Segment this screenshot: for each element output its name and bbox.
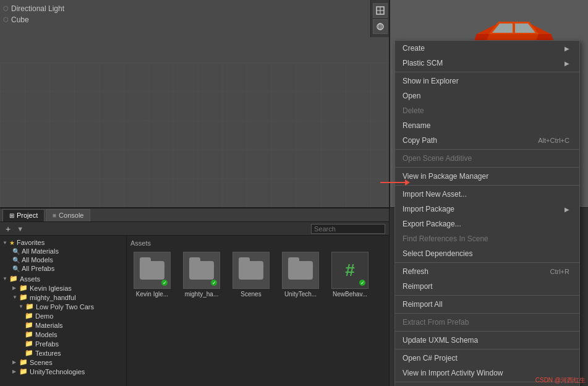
menu-copy-path-label: Copy Path [403,136,437,145]
scene-toolbar [370,0,389,37]
menu-open-label: Open [403,92,420,100]
menu-refresh[interactable]: Refresh Ctrl+R [395,264,579,279]
assets-expand-arrow: ▼ [2,276,7,281]
menu-reimport[interactable]: Reimport [395,279,579,294]
menu-import-package[interactable]: Import Package ▶ [395,202,579,217]
folder-shape-scenes [239,261,263,280]
menu-copy-path[interactable]: Copy Path Alt+Ctrl+C [395,133,579,148]
menu-reimport-all[interactable]: Reimport All [395,297,579,312]
tab-console[interactable]: ≡ Console [46,209,90,221]
assets-folder-icon: 📁 [9,275,18,283]
menu-create[interactable]: Create ▶ [395,41,579,56]
arrow-pointer [380,179,410,186]
sep-8 [395,331,579,332]
assets-area: Assets ✓ Kevin Igle... ✓ [127,236,389,386]
toolbar-btn-2[interactable] [373,19,388,34]
favorites-star-icon: ★ [9,239,15,246]
menu-view-import-label: View in Import Activity Window [403,369,503,377]
menu-view-package-manager[interactable]: View in Package Manager [395,169,579,184]
models-folder-icon: 📁 [25,330,33,338]
folder-shape-unity [288,261,313,280]
expand-arrow: ▼ [2,240,7,246]
menu-open-scene-additive-label: Open Scene Additive [403,154,472,163]
tree-item-all-models[interactable]: 🔍 All Models [0,255,126,264]
scenes-folder-icon: 📁 [19,358,28,366]
options-button[interactable]: ▼ [15,225,25,233]
toolbar-btn-1[interactable] [373,3,388,18]
tree-item-demo[interactable]: 📁 Demo [0,311,126,320]
search-icon-models: 🔍 [12,257,20,264]
menu-rename[interactable]: Rename [395,118,579,133]
search-input[interactable] [311,224,385,234]
demo-label: Demo [35,312,53,320]
hierarchy-item-light[interactable]: ⬡ Directional Light [3,3,64,14]
plastic-submenu-arrow: ▶ [565,60,569,67]
prefabs-label: Prefabs [35,340,59,348]
kevin-label: Kevin Iglesias [30,285,72,292]
tree-item-all-materials[interactable]: 🔍 All Materials [0,247,126,255]
scenes-label: Scenes [30,359,53,366]
menu-plastic-scm[interactable]: Plastic SCM ▶ [395,56,579,71]
menu-export-package[interactable]: Export Package... [395,217,579,231]
models-label: Models [35,331,57,338]
asset-name-scenes: Scenes [241,291,261,298]
asset-name-unity: UnityTech... [284,291,317,298]
assets-header: Assets [130,239,385,247]
asset-kevin[interactable]: ✓ Kevin Igle... [130,252,174,298]
all-prefabs-label: All Prefabs [22,265,54,272]
menu-import-new-asset[interactable]: Import New Asset... [395,187,579,202]
asset-newbehav[interactable]: # ✓ NewBehav... [328,252,372,298]
tree-item-favorites[interactable]: ▼ ★ Favorites [0,238,126,247]
tree-item-textures[interactable]: 📁 Textures [0,348,126,358]
asset-name-mighty: mighty_ha... [185,291,218,298]
menu-find-references: Find References In Scene [395,231,579,246]
menu-create-label: Create [403,44,425,53]
prefabs-folder-icon: 📁 [25,340,33,348]
asset-unity[interactable]: UnityTech... [279,252,322,298]
tree-item-scenes[interactable]: ▶ 📁 Scenes [0,358,126,367]
svg-rect-6 [0,62,389,208]
tree-item-kevin[interactable]: ▶ 📁 Kevin Iglesias [0,283,126,293]
tree-item-materials[interactable]: 📁 Materials [0,320,126,330]
menu-extract-label: Extract From Prefab [403,318,469,327]
arrow-line [380,182,405,183]
tree-item-all-prefabs[interactable]: 🔍 All Prefabs [0,264,126,273]
mighty-arrow: ▼ [12,294,17,300]
sep-3 [395,167,579,168]
hierarchy-item-light-label: Directional Light [11,3,64,14]
menu-export-package-label: Export Package... [403,220,461,228]
menu-open-csharp[interactable]: Open C# Project [395,351,579,366]
tree-item-lowpoly[interactable]: ▼ 📁 Low Poly Two Cars [0,302,126,311]
sep-6 [395,295,579,296]
project-tab-icon: ⊞ [9,212,14,219]
menu-open[interactable]: Open [395,88,579,103]
menu-import-new-label: Import New Asset... [403,190,467,199]
menu-import-package-label: Import Package [403,205,454,213]
hierarchy-item-cube[interactable]: ⬡ Cube [3,14,64,25]
tab-project[interactable]: ⊞ Project [2,209,45,221]
tree-item-prefabs[interactable]: 📁 Prefabs [0,339,126,348]
search-icon-materials: 🔍 [12,248,20,255]
hierarchy-item-cube-label: Cube [11,14,29,25]
tree-item-assets[interactable]: ▼ 📁 Assets [0,274,126,283]
kevin-arrow: ▶ [12,285,17,291]
sep-1 [395,72,579,72]
import-package-arrow: ▶ [565,206,569,213]
menu-select-dependencies[interactable]: Select Dependencies [395,246,579,261]
sep-7 [395,313,579,314]
project-tab-label: Project [17,212,38,219]
tree-item-mighty[interactable]: ▼ 📁 mighty_handful [0,293,126,302]
materials-folder-icon: 📁 [25,321,33,329]
tree-item-models[interactable]: 📁 Models [0,330,126,339]
add-button[interactable]: + [4,224,12,234]
menu-update-uxml[interactable]: Update UXML Schema [395,333,579,348]
asset-mighty[interactable]: ✓ mighty_ha... [180,252,223,298]
menu-reimport-label: Reimport [403,282,433,291]
asset-scenes[interactable]: Scenes [229,252,273,298]
asset-thumb-newbehav: # ✓ [331,252,369,289]
all-materials-label: All Materials [22,247,59,255]
menu-update-uxml-label: Update UXML Schema [403,336,478,345]
favorites-label: Favorites [17,239,45,246]
tree-item-unity-tech[interactable]: ▶ 📁 UnityTechnologies [0,367,126,376]
menu-show-explorer[interactable]: Show in Explorer [395,74,579,88]
